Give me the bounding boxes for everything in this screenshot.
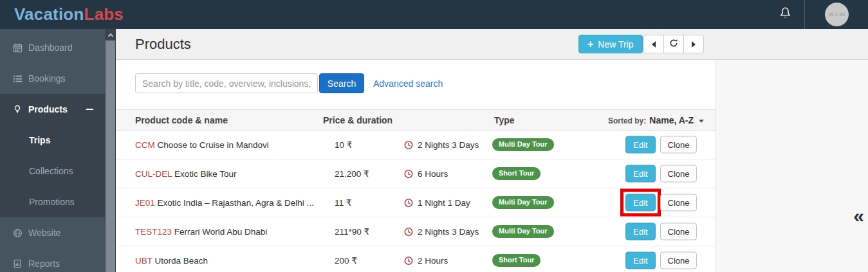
table-row: JE01 Exotic India – Rajasthan, Agra & De… (116, 188, 716, 217)
chevron-up-icon (107, 33, 113, 38)
collapse-minus-icon (86, 109, 93, 110)
table-row: CCM Choose to Cruise in Mandovi 10 ₹ 2 N… (116, 131, 716, 159)
refresh-button[interactable] (663, 35, 684, 53)
table-body: CCM Choose to Cruise in Mandovi 10 ₹ 2 N… (116, 131, 716, 272)
scrollbar-up-arrow[interactable] (105, 29, 116, 41)
sidebar-item-promotions[interactable]: Promotions (0, 186, 105, 217)
product-name: Ferrari World Abu Dhabi (174, 227, 268, 237)
sidebar-item-bookings[interactable]: Bookings (0, 63, 105, 94)
sidebar-products-group: Products Trips Collections Promotions (0, 94, 105, 217)
clone-button[interactable]: Clone (660, 194, 697, 212)
product-code-link[interactable]: CCM (135, 140, 155, 150)
product-type-badge: Multi Day Tour (492, 225, 554, 238)
sorted-by-dropdown[interactable]: Sorted by: Name, A-Z (608, 115, 704, 125)
sidebar-item-trips[interactable]: Trips (0, 125, 105, 156)
edit-highlight-box: Edit (620, 131, 661, 159)
clock-icon (404, 256, 413, 265)
product-code-link[interactable]: CUL-DEL (135, 169, 172, 179)
product-duration: 1 Night 1 Day (418, 198, 470, 208)
product-code-link[interactable]: JE01 (135, 198, 155, 208)
product-duration: 6 Hours (418, 169, 448, 179)
edit-button[interactable]: Edit (625, 223, 656, 240)
sidebar-item-dashboard[interactable]: Dashboard (0, 32, 105, 63)
edit-button[interactable]: Edit (625, 136, 656, 154)
new-trip-label: New Trip (598, 39, 633, 50)
product-price: 21,200 ₹ (335, 168, 369, 179)
clone-button[interactable]: Clone (660, 136, 697, 154)
clock-icon (404, 227, 413, 236)
sidebar-scrollbar[interactable] (105, 29, 116, 272)
clone-button[interactable]: Clone (660, 252, 697, 269)
notifications-button[interactable] (766, 0, 804, 29)
product-price: 200 ₹ (335, 255, 357, 266)
product-name: Utorda Beach (155, 256, 208, 266)
sidebar-item-label: Collections (29, 166, 73, 176)
product-price: 10 ₹ (335, 140, 352, 150)
search-button[interactable]: Search (319, 73, 364, 93)
product-duration: 2 Hours (418, 256, 448, 266)
edit-highlight-box: Edit (620, 218, 661, 246)
refresh-icon (669, 39, 678, 50)
advanced-search-link[interactable]: Advanced search (373, 78, 443, 89)
sidebar-item-reports[interactable]: Reports (0, 248, 105, 272)
sorted-by-value: Name, A-Z (649, 115, 694, 125)
edit-button[interactable]: Edit (625, 252, 656, 269)
edit-button[interactable]: Edit (625, 194, 656, 212)
clock-icon (404, 198, 413, 207)
user-menu[interactable]: 30 x 30 (805, 0, 868, 29)
table-row: UBT Utorda Beach 200 ₹ 2 Hours Short Tou… (116, 246, 716, 272)
bell-icon (779, 6, 792, 23)
product-duration: 2 Nights 3 Days (418, 227, 479, 237)
sidebar-item-label: Dashboard (28, 42, 73, 53)
product-price: 211*90 ₹ (335, 226, 369, 237)
product-name: Choose to Cruise in Mandovi (158, 140, 269, 150)
sidebar-item-label: Website (28, 228, 60, 238)
table-row: CUL-DEL Exotic Bike Tour 21,200 ₹ 6 Hour… (116, 159, 716, 188)
scrollbar-thumb[interactable] (106, 41, 115, 272)
edit-button[interactable]: Edit (625, 165, 656, 183)
sidebar-item-collections[interactable]: Collections (0, 156, 105, 186)
sorted-by-label: Sorted by: (608, 116, 646, 125)
page-title: Products (135, 36, 191, 53)
sidebar: Dashboard Bookings Products Trips Collec… (0, 29, 105, 272)
next-page-button[interactable] (683, 35, 704, 53)
avatar[interactable]: 30 x 30 (825, 3, 849, 26)
product-code-link[interactable]: TEST123 (135, 227, 172, 237)
sidebar-item-label: Reports (28, 258, 60, 269)
globe-icon (13, 228, 28, 238)
product-duration: 2 Nights 3 Days (418, 140, 479, 150)
page-header: Products + New Trip (116, 29, 868, 60)
chevron-down-icon (699, 120, 704, 123)
caret-right-icon (692, 41, 696, 48)
search-bar: Search Advanced search (135, 73, 443, 93)
logo-part-vacation: Vacation (14, 5, 84, 24)
clone-button[interactable]: Clone (660, 223, 697, 240)
clock-icon (404, 169, 413, 178)
collapse-panel-toggle[interactable]: « (853, 206, 864, 226)
sidebar-item-label: Promotions (29, 197, 75, 207)
app-window: VacationLabs 30 x 30 Dashboard (0, 0, 868, 272)
logo-part-labs: Labs (84, 5, 124, 24)
plus-icon: + (587, 39, 593, 50)
product-code-link[interactable]: UBT (135, 256, 152, 266)
new-trip-button[interactable]: + New Trip (578, 35, 643, 53)
edit-highlight-box: Edit (620, 247, 661, 272)
table-row: TEST123 Ferrari World Abu Dhabi 211*90 ₹… (116, 217, 716, 246)
clone-button[interactable]: Clone (660, 165, 697, 183)
prev-page-button[interactable] (643, 35, 664, 53)
product-type-badge: Multi Day Tour (492, 138, 554, 151)
sidebar-item-website[interactable]: Website (0, 217, 105, 248)
vacationlabs-logo: VacationLabs (14, 5, 124, 24)
search-input[interactable] (135, 73, 318, 93)
edit-highlight-box: Edit (620, 189, 661, 217)
lightbulb-icon (13, 105, 28, 114)
pagination-group (643, 35, 704, 53)
report-icon (13, 259, 28, 268)
sidebar-item-products[interactable]: Products (0, 94, 105, 125)
column-product-code-name: Product code & name (135, 115, 228, 125)
avatar-placeholder-text: 30 x 30 (828, 12, 845, 17)
edit-highlight-box: Edit (620, 160, 661, 188)
table-header: Product code & name Price & duration Typ… (116, 109, 716, 131)
list-icon (13, 74, 28, 84)
product-name: Exotic India – Rajasthan, Agra & Delhi .… (158, 198, 314, 208)
